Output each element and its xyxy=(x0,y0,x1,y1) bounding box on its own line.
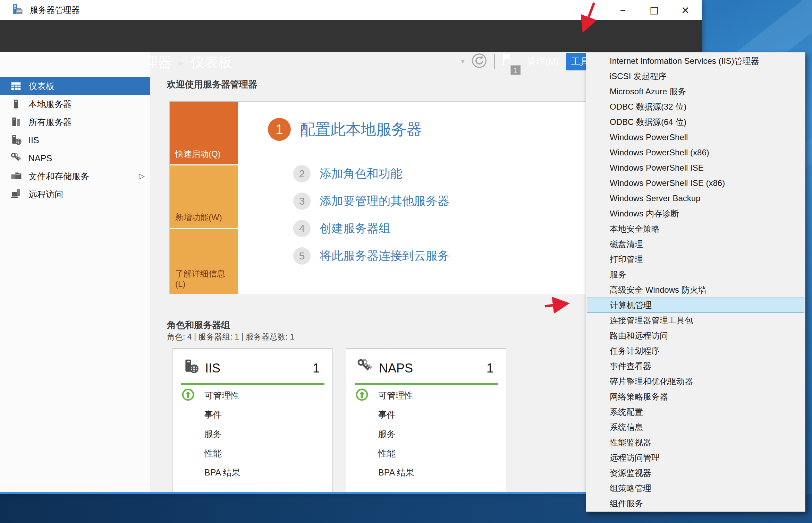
iis-icon xyxy=(10,134,28,146)
step-link[interactable]: 将此服务器连接到云服务 xyxy=(320,248,449,264)
tools-menu-item[interactable]: 资源监视器 xyxy=(586,465,805,481)
servers-icon xyxy=(10,117,28,128)
tile-row-manageability[interactable]: 可管理性 xyxy=(346,388,506,402)
roles-summary: 角色: 4 | 服务器组: 1 | 服务器总数: 1 xyxy=(167,332,294,342)
expand-arrow-icon[interactable]: ▷ xyxy=(139,172,145,181)
tile-row-services[interactable]: 服务 xyxy=(346,427,506,440)
tools-menu-item[interactable]: iSCSI 发起程序 xyxy=(586,69,805,84)
sidebar-item-local-server[interactable]: 本地服务器 xyxy=(0,95,150,113)
step-add-roles-and-features: 2添加角色和功能 xyxy=(293,165,402,182)
close-button[interactable]: × xyxy=(670,0,701,20)
tile-row-label: BPA 结果 xyxy=(378,467,414,478)
tile-title[interactable]: NAPS xyxy=(379,361,413,376)
minimize-button[interactable]: – xyxy=(607,0,638,20)
tools-menu-item[interactable]: 路由和远程访问 xyxy=(586,328,805,343)
tools-menu-item[interactable]: 磁盘清理 xyxy=(586,237,805,252)
tile-row-events[interactable]: 事件 xyxy=(172,407,332,421)
tile-row-performance[interactable]: 性能 xyxy=(346,446,506,460)
roles-heading: 角色和服务器组 xyxy=(167,319,230,331)
sidebar: 仪表板本地服务器所有服务器IISNAPS文件和存储服务▷远程访问 xyxy=(0,52,150,492)
step-link[interactable]: 添加角色和功能 xyxy=(320,166,402,182)
window-controls: – □ × xyxy=(607,0,701,20)
sidebar-item-iis[interactable]: IIS xyxy=(0,131,150,149)
sidebar-item-file-storage-services[interactable]: 文件和存储服务▷ xyxy=(0,167,150,185)
tile-title[interactable]: IIS xyxy=(205,361,220,376)
tools-menu-item[interactable]: Windows Server Backup xyxy=(586,191,805,206)
status-up-icon xyxy=(181,388,195,403)
tile-row-label: 事件 xyxy=(204,409,222,420)
notifications-flag-icon[interactable]: 1 xyxy=(501,52,515,70)
tools-menu-item[interactable]: 网络策略服务器 xyxy=(586,389,805,404)
sidebar-item-label: 文件和存储服务 xyxy=(28,171,89,182)
sidebar-item-label: 本地服务器 xyxy=(28,98,72,110)
tools-menu-item[interactable]: ODBC 数据源(64 位) xyxy=(586,114,805,130)
tools-menu-item[interactable]: 服务 xyxy=(586,267,805,282)
step-link[interactable]: 创建服务器组 xyxy=(320,221,390,237)
tools-menu-item[interactable]: 事件查看器 xyxy=(586,359,805,374)
tools-menu-item[interactable]: 组件服务 xyxy=(586,496,805,511)
tools-menu-item[interactable]: Windows PowerShell ISE (x86) xyxy=(586,175,805,191)
tile-row-manageability[interactable]: 可管理性 xyxy=(172,388,332,402)
step-create-server-group: 4创建服务器组 xyxy=(293,220,390,237)
tools-menu-item[interactable]: Windows 内存诊断 xyxy=(586,206,805,221)
tools-menu-item[interactable]: 系统配置 xyxy=(586,404,805,420)
tile-row-services[interactable]: 服务 xyxy=(172,427,332,440)
tools-menu-item[interactable]: 远程访问管理 xyxy=(586,450,805,465)
sidebar-item-naps[interactable]: NAPS xyxy=(0,149,150,167)
step-configure-local-server: 1配置此本地服务器 xyxy=(268,118,422,141)
tools-menu-item[interactable]: Windows PowerShell ISE xyxy=(586,160,805,175)
keys-icon xyxy=(357,358,373,376)
step-link[interactable]: 添加要管理的其他服务器 xyxy=(320,193,449,209)
tile-row-bpa-results[interactable]: BPA 结果 xyxy=(172,465,332,479)
server-manager-app-icon xyxy=(12,3,24,17)
dashboard-icon xyxy=(10,80,28,92)
sidebar-item-label: 所有服务器 xyxy=(28,117,72,128)
tile-row-bpa-results[interactable]: BPA 结果 xyxy=(346,465,506,479)
tools-menu-item[interactable]: 本地安全策略 xyxy=(586,221,805,237)
server-icon xyxy=(10,99,28,109)
tools-menu-item[interactable]: Microsoft Azure 服务 xyxy=(586,84,805,99)
step-link[interactable]: 配置此本地服务器 xyxy=(300,119,422,140)
step-number-badge: 1 xyxy=(268,118,291,141)
window-title: 服务器管理器 xyxy=(30,0,80,20)
tile-row-label: 可管理性 xyxy=(204,390,239,401)
sidebar-item-dashboard[interactable]: 仪表板 xyxy=(0,77,150,95)
tools-menu-item[interactable]: 连接管理器管理工具包 xyxy=(586,313,805,328)
remote-icon xyxy=(10,188,28,200)
tile-server-count: 1 xyxy=(313,361,320,376)
refresh-icon[interactable] xyxy=(472,53,487,70)
tasks-caret-icon[interactable]: ▾ xyxy=(461,57,465,66)
role-tile-naps: NAPS1可管理性事件服务性能BPA 结果 xyxy=(346,348,506,492)
tools-menu-item[interactable]: Windows PowerShell xyxy=(586,130,805,145)
tools-menu-item[interactable]: 性能监视器 xyxy=(586,435,805,450)
menubar-manage[interactable]: 管理(M) xyxy=(522,53,564,70)
tile-row-label: 可管理性 xyxy=(378,390,413,401)
tools-menu-item[interactable]: 打印管理 xyxy=(586,252,805,267)
sidebar-item-label: IIS xyxy=(28,135,39,145)
tools-menu-item[interactable]: Windows PowerShell (x86) xyxy=(586,145,805,160)
maximize-button[interactable]: □ xyxy=(638,0,670,20)
tools-menu-item[interactable]: 系统信息 xyxy=(586,420,805,435)
step-number-badge: 2 xyxy=(293,165,311,182)
sidebar-item-label: 仪表板 xyxy=(28,80,54,92)
role-tile-iis: IIS1可管理性事件服务性能BPA 结果 xyxy=(172,348,332,492)
keys-icon xyxy=(10,152,28,164)
tools-menu-item[interactable]: Internet Information Services (IIS)管理器 xyxy=(586,53,805,69)
tile-row-performance[interactable]: 性能 xyxy=(172,446,332,460)
sidebar-item-all-servers[interactable]: 所有服务器 xyxy=(0,113,150,131)
step-number-badge: 3 xyxy=(293,192,311,210)
tile-row-label: 服务 xyxy=(378,428,396,440)
tile-row-label: 性能 xyxy=(204,448,222,459)
tile-row-events[interactable]: 事件 xyxy=(346,407,506,421)
tools-menu-item[interactable]: ODBC 数据源(32 位) xyxy=(586,99,805,114)
tools-menu-item[interactable]: 碎片整理和优化驱动器 xyxy=(586,374,805,389)
tools-menu-item[interactable]: 高级安全 Windows 防火墙 xyxy=(586,282,805,298)
tools-menu-item-computer-management[interactable]: 计算机管理 xyxy=(587,298,804,313)
tools-menu-item[interactable]: 任务计划程序 xyxy=(586,343,805,359)
breadcrumb-current: 仪表板 xyxy=(191,53,232,72)
iis-icon xyxy=(183,358,200,376)
tools-menu-item[interactable]: 组策略管理 xyxy=(586,481,805,496)
notification-badge: 1 xyxy=(510,65,521,75)
sidebar-item-remote-access[interactable]: 远程访问 xyxy=(0,185,150,203)
step-number-badge: 4 xyxy=(293,220,311,237)
